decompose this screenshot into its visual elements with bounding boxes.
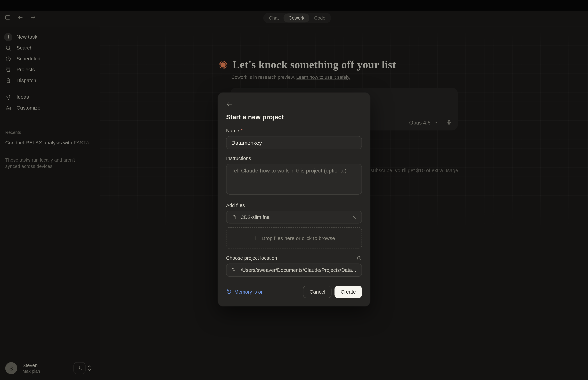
- plus-icon: [4, 33, 12, 41]
- search-icon: [5, 45, 12, 51]
- project-location-picker[interactable]: /Users/sweaver/Documents/Claude/Projects…: [226, 264, 362, 277]
- memory-icon: [226, 289, 232, 295]
- sidebar-item-label: Search: [17, 45, 33, 51]
- sidebar-item-label: Dispatch: [17, 77, 36, 83]
- sidebar-item-new-task[interactable]: New task: [0, 32, 99, 42]
- sidebar: New task Search Scheduled Projects: [0, 27, 99, 380]
- sidebar-item-projects[interactable]: Projects: [0, 64, 99, 75]
- memory-status[interactable]: Memory is on: [226, 289, 264, 295]
- required-asterisk: *: [241, 128, 243, 133]
- download-button[interactable]: [74, 362, 86, 374]
- user-plan: Max plan: [22, 369, 40, 373]
- model-selector[interactable]: Opus 4.6: [409, 119, 430, 125]
- briefcase-icon: [5, 105, 12, 111]
- file-icon: [231, 214, 237, 220]
- sidebar-item-label: New task: [17, 34, 37, 40]
- box-icon: [5, 67, 12, 73]
- back-arrow-icon[interactable]: [17, 14, 23, 20]
- recent-task-item[interactable]: Conduct RELAX analysis with FASTA: [5, 140, 98, 145]
- user-name: Steven: [22, 362, 38, 368]
- dialog-title: Start a new project: [226, 114, 362, 121]
- dialog-back-icon[interactable]: [226, 101, 233, 108]
- file-name: CD2-slim.fna: [240, 214, 348, 220]
- sidebar-item-customize[interactable]: Customize: [0, 102, 99, 113]
- name-label: Name: [226, 128, 239, 133]
- plus-icon: [253, 235, 258, 241]
- microphone-icon[interactable]: [446, 119, 452, 126]
- create-button[interactable]: Create: [335, 286, 362, 298]
- chevron-down-icon[interactable]: [434, 120, 438, 125]
- mode-tabbar: Chat Cowork Code: [263, 13, 331, 23]
- folder-plus-icon: [231, 267, 237, 273]
- clipboard-icon: [5, 77, 12, 83]
- tab-cowork[interactable]: Cowork: [284, 13, 309, 22]
- sidebar-toggle-icon[interactable]: [4, 14, 11, 20]
- sidebar-item-ideas[interactable]: Ideas: [0, 92, 99, 102]
- account-area: S Steven Max plan: [0, 357, 99, 380]
- macos-menubar: [0, 0, 588, 11]
- account-switcher[interactable]: [87, 364, 91, 372]
- tab-code[interactable]: Code: [309, 13, 330, 22]
- page-title: Let's knock something off your list: [233, 58, 396, 71]
- location-label: Choose project location: [226, 255, 277, 261]
- project-name-input[interactable]: [226, 136, 362, 149]
- research-preview-note: Cowork is in research preview. Learn how…: [231, 75, 350, 80]
- sidebar-item-scheduled[interactable]: Scheduled: [0, 53, 99, 64]
- sidebar-item-label: Customize: [17, 105, 40, 111]
- dropzone-label: Drop files here or click to browse: [262, 235, 335, 241]
- tab-chat[interactable]: Chat: [264, 13, 284, 22]
- up-down-chevron-icon: [87, 364, 91, 372]
- instructions-textarea[interactable]: [226, 164, 362, 195]
- clock-icon: [5, 56, 12, 62]
- sidebar-item-label: Projects: [17, 67, 35, 72]
- instructions-label: Instructions: [226, 156, 251, 161]
- start-new-project-dialog: Start a new project Name * Instructions …: [218, 93, 370, 306]
- app-window: Chat Cowork Code New task Search: [0, 0, 588, 380]
- sidebar-item-dispatch[interactable]: Dispatch: [0, 75, 99, 86]
- hero: Let's knock something off your list: [219, 58, 396, 71]
- file-dropzone[interactable]: Drop files here or click to browse: [226, 227, 362, 249]
- forward-arrow-icon[interactable]: [30, 14, 36, 20]
- safety-link[interactable]: Learn how to use it safely.: [296, 75, 350, 80]
- starburst-icon: [219, 60, 228, 69]
- info-icon[interactable]: [357, 255, 362, 261]
- attached-file-row: CD2-slim.fna: [226, 211, 362, 224]
- download-icon: [77, 365, 82, 371]
- sidebar-item-label: Ideas: [17, 94, 29, 100]
- avatar[interactable]: S: [5, 362, 17, 374]
- usage-promo-text: subscribe, you'll get $10 of extra usage…: [371, 168, 459, 173]
- remove-file-icon[interactable]: [352, 215, 357, 220]
- sidebar-item-label: Scheduled: [17, 56, 40, 61]
- cancel-button[interactable]: Cancel: [303, 286, 332, 298]
- recents-heading: Recents: [5, 130, 21, 134]
- sidebar-item-search[interactable]: Search: [0, 42, 99, 53]
- lightbulb-icon: [5, 94, 12, 100]
- add-files-label: Add files: [226, 202, 245, 208]
- app-header: Chat Cowork Code: [0, 11, 588, 27]
- local-tasks-note: These tasks run locally and aren't synce…: [5, 157, 84, 170]
- project-location-path: /Users/sweaver/Documents/Claude/Projects…: [241, 267, 356, 273]
